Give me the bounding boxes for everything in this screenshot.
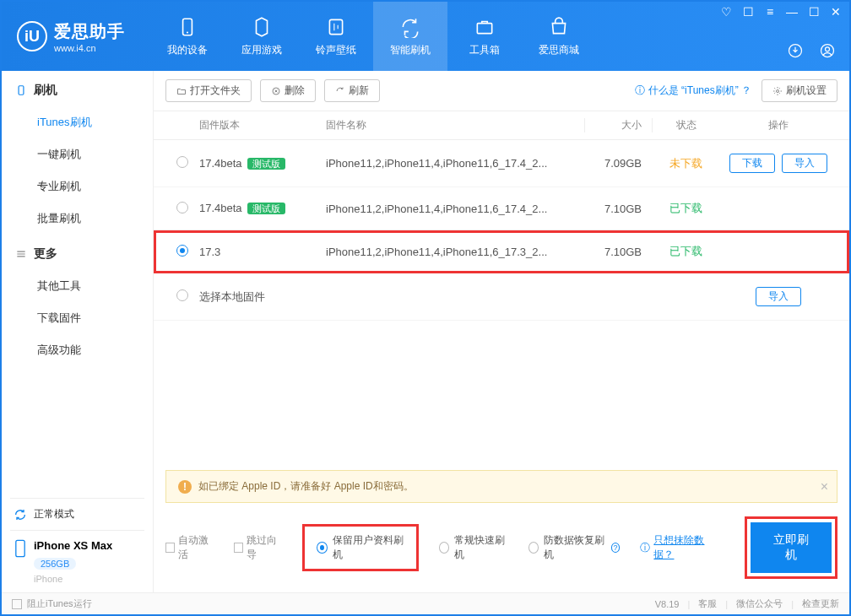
warning-icon: ! (178, 480, 192, 494)
fw-status: 已下载 (652, 201, 719, 216)
th-size: 大小 (584, 118, 652, 132)
skin-icon[interactable]: ♡ (719, 5, 733, 19)
opt-normal[interactable]: 常规快速刷机 (439, 533, 508, 562)
app-title: 爱思助手 (54, 20, 125, 43)
sidebar-item-other[interactable]: 其他工具 (2, 270, 153, 302)
header-actions (787, 42, 836, 59)
nav-ringtones[interactable]: 铃声壁纸 (299, 2, 373, 71)
warning-close-icon[interactable]: × (821, 479, 828, 494)
svg-point-10 (777, 89, 779, 92)
nav-flash[interactable]: 智能刷机 (373, 2, 447, 71)
nav-store[interactable]: 爱思商城 (522, 2, 596, 71)
settings-button[interactable]: 刷机设置 (762, 79, 837, 102)
svg-rect-3 (477, 23, 491, 33)
svg-rect-8 (16, 540, 24, 556)
nav-apps[interactable]: 应用游戏 (225, 2, 299, 71)
warning-bar: ! 如已绑定 Apple ID，请准备好 Apple ID和密码。 × (165, 470, 837, 503)
row-radio[interactable] (176, 289, 188, 301)
device-mode[interactable]: 正常模式 (2, 499, 153, 530)
beta-tag: 测试版 (247, 158, 285, 170)
device-info[interactable]: iPhone XS Max 256GB iPhone (2, 531, 153, 592)
local-fw-label: 选择本地固件 (199, 289, 719, 305)
skip-guide-checkbox[interactable]: 跳过向导 (234, 533, 282, 562)
svg-point-1 (187, 31, 188, 33)
maximize-icon[interactable]: ☐ (807, 5, 821, 19)
fw-size: 7.09GB (584, 157, 652, 170)
sidebar-item-batch[interactable]: 批量刷机 (2, 203, 153, 235)
nav-tools[interactable]: 工具箱 (447, 2, 522, 71)
sidebar-item-itunes[interactable]: iTunes刷机 (2, 106, 153, 138)
opt-anti-recover[interactable]: 防数据恢复刷机? (528, 533, 621, 562)
wechat-link[interactable]: 微信公众号 (736, 597, 783, 610)
menu-icon[interactable]: ≡ (763, 5, 777, 19)
beta-tag: 测试版 (247, 203, 285, 214)
logo: iU 爱思助手 www.i4.cn (2, 2, 140, 71)
sidebar-item-download[interactable]: 下载固件 (2, 302, 153, 334)
sidebar-item-oneclick[interactable]: 一键刷机 (2, 138, 153, 170)
table-header: 固件版本 固件名称 大小 状态 操作 (154, 111, 849, 140)
sidebar: 刷机 iTunes刷机 一键刷机 专业刷机 批量刷机 更多 其他工具 下载固件 … (2, 71, 154, 592)
device-type: iPhone (34, 570, 112, 584)
list-icon (15, 248, 27, 260)
auto-activate-checkbox[interactable]: 自动激活 (165, 533, 214, 562)
device-name: iPhone XS Max (34, 539, 112, 555)
fw-status: 未下载 (652, 156, 719, 171)
svg-point-6 (826, 47, 830, 51)
row-radio[interactable] (176, 202, 188, 213)
fw-size: 7.10GB (584, 246, 652, 258)
top-nav: 我的设备 应用游戏 铃声壁纸 智能刷机 工具箱 爱思商城 (150, 2, 596, 71)
row-radio[interactable] (176, 156, 188, 168)
sidebar-item-advanced[interactable]: 高级功能 (2, 334, 153, 366)
fw-status: 已下载 (652, 244, 719, 259)
import-button[interactable]: 导入 (756, 287, 801, 306)
user-icon[interactable] (819, 42, 836, 59)
th-name: 固件名称 (326, 118, 584, 132)
refresh-button[interactable]: 刷新 (324, 79, 380, 102)
flash-mode-options: 保留用户资料刷机 (302, 524, 418, 571)
phone-icon (15, 84, 27, 96)
table-row-local[interactable]: 选择本地固件 导入 (154, 273, 849, 321)
flash-now-button[interactable]: 立即刷机 (751, 522, 832, 573)
table-row[interactable]: 17.4beta测试版 iPhone11,2,iPhone11,4,iPhone… (154, 140, 849, 187)
close-icon[interactable]: ✕ (829, 5, 843, 19)
feedback-icon[interactable]: ☐ (741, 5, 755, 19)
svg-rect-2 (329, 19, 342, 34)
app-site: www.i4.cn (54, 43, 125, 53)
th-status: 状态 (652, 118, 719, 132)
help-icon[interactable]: ? (611, 543, 621, 553)
sidebar-item-pro[interactable]: 专业刷机 (2, 170, 153, 203)
table-body: 17.4beta测试版 iPhone11,2,iPhone11,4,iPhone… (154, 140, 849, 470)
minimize-icon[interactable]: — (785, 5, 799, 19)
sidebar-group-more: 更多 (2, 235, 153, 270)
table-row[interactable]: 17.4beta测试版 iPhone11,2,iPhone11,4,iPhone… (154, 187, 849, 230)
device-capacity: 256GB (34, 558, 76, 570)
version-label: V8.19 (655, 599, 680, 609)
primary-wrap: 立即刷机 (745, 516, 837, 579)
th-version: 固件版本 (199, 118, 326, 132)
help-link[interactable]: ⓘ 什么是 “iTunes刷机” ？ (635, 84, 751, 98)
toolbar: 打开文件夹 删除 刷新 ⓘ 什么是 “iTunes刷机” ？ 刷机设置 (154, 71, 849, 111)
th-action: 操作 (719, 118, 837, 132)
app-header: iU 爱思助手 www.i4.cn 我的设备 应用游戏 铃声壁纸 智能刷机 工具… (2, 2, 849, 71)
opt-keep-data[interactable]: 保留用户资料刷机 (317, 533, 404, 562)
status-bar: 阻止iTunes运行 V8.19| 客服| 微信公众号| 检查更新 (2, 592, 849, 614)
fw-name: iPhone11,2,iPhone11,4,iPhone11,6_17.3_2.… (326, 246, 584, 258)
nav-my-device[interactable]: 我的设备 (150, 2, 225, 71)
table-row[interactable]: 17.3 iPhone11,2,iPhone11,4,iPhone11,6_17… (154, 230, 849, 273)
bottom-bar: 自动激活 跳过向导 保留用户资料刷机 常规快速刷机 防数据恢复刷机? ⓘ 只想抹… (154, 503, 849, 592)
update-link[interactable]: 检查更新 (802, 597, 839, 610)
fw-name: iPhone11,2,iPhone11,4,iPhone11,6_17.4_2.… (326, 203, 584, 215)
download-button[interactable]: 下载 (729, 154, 775, 173)
block-itunes-checkbox[interactable] (12, 599, 22, 609)
sidebar-group-flash: 刷机 (2, 71, 153, 106)
open-folder-button[interactable]: 打开文件夹 (165, 79, 252, 102)
service-link[interactable]: 客服 (698, 597, 717, 610)
erase-data-link[interactable]: ⓘ 只想抹除数据？ (640, 533, 715, 562)
delete-button[interactable]: 删除 (260, 79, 316, 102)
block-itunes-label: 阻止iTunes运行 (27, 597, 92, 610)
fw-name: iPhone11,2,iPhone11,4,iPhone11,6_17.4_2.… (326, 157, 584, 170)
fw-size: 7.10GB (584, 203, 652, 215)
row-radio[interactable] (176, 245, 188, 257)
download-icon[interactable] (787, 42, 804, 59)
import-button[interactable]: 导入 (782, 154, 827, 173)
